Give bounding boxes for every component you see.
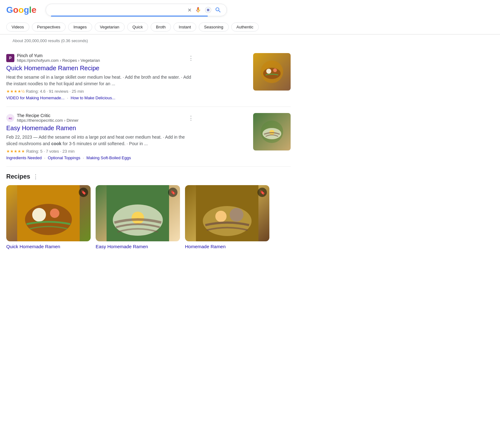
logo-l: l	[29, 5, 32, 15]
svg-point-3	[263, 68, 281, 79]
site-url-2: https://therecipecritic.com › Dinner	[17, 118, 78, 123]
more-options-2[interactable]: ⋮	[188, 115, 194, 121]
favicon-rc-icon: RC	[7, 115, 13, 121]
clear-icon: ✕	[188, 7, 192, 13]
recipe-image-wrapper-0: 🔖	[6, 185, 91, 241]
site-name-2: The Recipe Critic	[17, 113, 78, 118]
filter-perspectives[interactable]: Perspectives	[32, 22, 66, 32]
recipes-more-options[interactable]: ⋮	[33, 173, 38, 180]
filter-videos[interactable]: Videos	[6, 22, 29, 32]
result-left-1: P Pinch of Yum https://pinchofyum.com › …	[6, 53, 194, 100]
lens-button[interactable]	[205, 7, 212, 13]
logo-o2: o	[18, 5, 24, 15]
recipe-label-1[interactable]: Easy Homemade Ramen	[96, 244, 180, 249]
result-links-1: VIDEO for Making Homemade... · How to Ma…	[6, 96, 194, 100]
main-content: About 200,000,000 results (0.36 seconds)…	[0, 35, 297, 255]
result-image-2[interactable]	[253, 113, 291, 150]
recipe-image-wrapper-1: 🔖	[96, 185, 180, 241]
link-2-2[interactable]: Making Soft-Boiled Eggs	[87, 155, 131, 160]
recipes-title: Recipes	[6, 173, 30, 180]
site-info-2: RC The Recipe Critic https://therecipecr…	[6, 113, 194, 123]
filter-quick[interactable]: Quick	[127, 22, 148, 32]
search-input[interactable]: how to make ramen	[51, 7, 185, 13]
search-bar: how to make ramen ✕	[46, 4, 227, 16]
recipe-bookmark-2[interactable]: 🔖	[258, 188, 267, 197]
logo-g: G	[6, 5, 13, 15]
filter-bar: Videos Perspectives Images Vegetarian Qu…	[0, 20, 500, 34]
result-snippet-1: Heat the sesame oil in a large skillet o…	[6, 74, 194, 87]
site-name-url-1: Pinch of Yum https://pinchofyum.com › Re…	[17, 53, 100, 63]
filter-broth[interactable]: Broth	[151, 22, 171, 32]
results-info: About 200,000,000 results (0.36 seconds)	[6, 35, 291, 47]
favicon-2: RC	[6, 114, 14, 122]
svg-point-14	[50, 209, 59, 218]
result-links-2: Ingredients Needed · Optional Toppings ·…	[6, 155, 194, 160]
recipes-header: Recipes ⋮	[6, 173, 291, 180]
recipes-grid: 🔖 Quick Homemade Ramen	[6, 185, 291, 249]
search-underline	[51, 16, 208, 17]
logo-e: e	[32, 5, 37, 15]
more-options-1[interactable]: ⋮	[188, 55, 194, 62]
recipe-svg-1	[107, 185, 169, 241]
link-sep-2b: ·	[83, 155, 84, 160]
search-submit-icon	[215, 7, 222, 13]
stars-2: ★★★★★	[6, 149, 25, 154]
recipe-label-0[interactable]: Quick Homemade Ramen	[6, 244, 91, 249]
recipe-card-2[interactable]: 🔖 Homemade Ramen	[185, 185, 269, 249]
svg-point-20	[215, 211, 227, 222]
recipe-bookmark-1[interactable]: 🔖	[168, 188, 178, 197]
svg-point-1	[208, 9, 209, 11]
filter-seasoning[interactable]: Seasoning	[199, 22, 228, 32]
recipe-svg-0	[17, 185, 80, 241]
site-url-1: https://pinchofyum.com › Recipes › Veget…	[17, 58, 100, 63]
recipes-section: Recipes ⋮ 🔖	[6, 167, 291, 255]
result-left-2: RC The Recipe Critic https://therecipecr…	[6, 113, 194, 160]
site-name-url-2: The Recipe Critic https://therecipecriti…	[17, 113, 78, 123]
svg-point-5	[273, 68, 277, 72]
recipe-image-1	[96, 185, 180, 241]
link-1-0[interactable]: VIDEO for Making Homemade...	[6, 96, 64, 100]
mic-icon	[195, 7, 202, 13]
svg-point-21	[230, 208, 243, 222]
svg-point-12	[25, 204, 72, 235]
mic-button[interactable]	[195, 7, 202, 13]
search-button[interactable]	[215, 7, 222, 13]
site-name-1: Pinch of Yum	[17, 53, 100, 58]
recipe-bookmark-0[interactable]: 🔖	[79, 188, 88, 197]
link-2-0[interactable]: Ingredients Needed	[6, 155, 42, 160]
filter-vegetarian[interactable]: Vegetarian	[95, 22, 125, 32]
recipe-card-0[interactable]: 🔖 Quick Homemade Ramen	[6, 185, 91, 249]
filter-authentic[interactable]: Authentic	[231, 22, 259, 32]
google-logo: Google	[6, 5, 36, 15]
recipe-card-1[interactable]: 🔖 Easy Homemade Ramen	[96, 185, 180, 249]
recipe-image-wrapper-2: 🔖	[185, 185, 269, 241]
svg-text:RC: RC	[9, 117, 12, 120]
site-info-1: P Pinch of Yum https://pinchofyum.com › …	[6, 53, 194, 63]
result-title-2[interactable]: Easy Homemade Ramen	[6, 124, 194, 132]
svg-point-13	[32, 208, 46, 222]
clear-button[interactable]: ✕	[188, 7, 192, 13]
result-image-1[interactable]	[253, 53, 291, 91]
logo-o1: o	[13, 5, 18, 15]
recipe-label-2[interactable]: Homemade Ramen	[185, 244, 269, 249]
link-1-1[interactable]: How to Make Delicious...	[71, 96, 115, 100]
link-sep-1: ·	[67, 96, 68, 100]
ramen-image-2	[259, 119, 284, 144]
search-result-2: RC The Recipe Critic https://therecipecr…	[6, 107, 291, 167]
svg-point-4	[266, 69, 271, 74]
link-2-1[interactable]: Optional Toppings	[48, 155, 80, 160]
rating-2: ★★★★★ Rating: 5 · 7 votes · 23 min	[6, 149, 194, 154]
favicon-1: P	[6, 54, 14, 62]
lens-icon	[205, 7, 212, 13]
svg-point-19	[203, 206, 252, 236]
result-title-1[interactable]: Quick Homemade Ramen Recipe	[6, 64, 194, 72]
filter-images[interactable]: Images	[68, 22, 92, 32]
rating-1: ★★★★½ Rating: 4.6 · 91 reviews · 25 min	[6, 89, 194, 94]
filter-instant[interactable]: Instant	[173, 22, 196, 32]
search-result-1: P Pinch of Yum https://pinchofyum.com › …	[6, 47, 291, 107]
stars-1: ★★★★½	[6, 89, 25, 94]
ramen-image-1	[259, 59, 284, 84]
recipe-image-0	[6, 185, 91, 241]
recipe-image-2	[185, 185, 269, 241]
header: Google how to make ramen ✕	[0, 0, 500, 20]
